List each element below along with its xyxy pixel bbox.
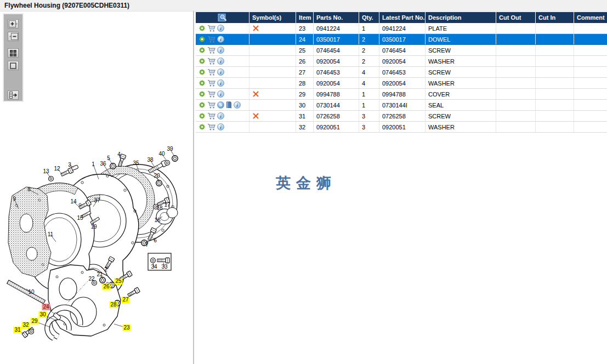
- s-badge-icon[interactable]: S: [217, 101, 224, 109]
- callout-35[interactable]: 35: [132, 160, 140, 167]
- callout-39[interactable]: 39: [166, 146, 174, 152]
- panel-toggle-button[interactable]: [8, 90, 19, 100]
- callout-29[interactable]: 29: [30, 318, 38, 325]
- callout-13[interactable]: 13: [42, 168, 50, 175]
- callout-24[interactable]: 24: [42, 304, 50, 310]
- col-header-symbols[interactable]: Symbol(s): [249, 12, 296, 23]
- col-header-icons[interactable]: [196, 12, 249, 23]
- callout-37[interactable]: 37: [93, 197, 101, 204]
- callout-34[interactable]: 34: [150, 264, 158, 270]
- col-header-qty[interactable]: Qty.: [359, 12, 379, 23]
- info-icon[interactable]: i: [217, 79, 224, 87]
- tile-view-button[interactable]: [8, 48, 19, 58]
- gear-icon[interactable]: [198, 90, 206, 98]
- info-icon[interactable]: i: [217, 112, 224, 120]
- callout-20[interactable]: 20: [152, 173, 161, 179]
- callout-23[interactable]: 23: [122, 325, 131, 331]
- gear-icon[interactable]: [198, 123, 206, 130]
- table-row-item-27[interactable]: i27074645340746453SCREW: [196, 67, 607, 78]
- table-row-item-26[interactable]: i26092005420920054WASHER: [196, 56, 607, 67]
- cell-icons[interactable]: Si: [196, 100, 249, 110]
- cart-icon[interactable]: [207, 25, 215, 32]
- callout-16[interactable]: 16: [153, 217, 161, 224]
- callout-40[interactable]: 40: [157, 151, 166, 157]
- callout-31[interactable]: 31: [13, 327, 21, 333]
- cell-icons[interactable]: i: [196, 67, 249, 77]
- info-icon[interactable]: i: [217, 36, 224, 43]
- callout-25[interactable]: 25: [114, 278, 122, 285]
- gear-icon[interactable]: [198, 58, 206, 65]
- callout-27[interactable]: 27: [121, 297, 129, 303]
- gear-icon[interactable]: [198, 25, 206, 32]
- callout-11[interactable]: 11: [47, 231, 54, 238]
- info-icon[interactable]: i: [217, 90, 224, 98]
- callout-28[interactable]: 28: [109, 302, 117, 308]
- callout-12[interactable]: 12: [53, 166, 61, 172]
- info-icon[interactable]: i: [217, 58, 224, 65]
- info-icon[interactable]: i: [234, 101, 241, 109]
- callout-18[interactable]: 18: [155, 205, 163, 212]
- callout-8[interactable]: 8: [26, 186, 32, 193]
- cell-icons[interactable]: i: [196, 122, 249, 132]
- callout-4[interactable]: 4: [116, 151, 122, 158]
- col-header-cut_out[interactable]: Cut Out: [496, 12, 536, 23]
- cart-icon[interactable]: [207, 90, 215, 98]
- info-icon[interactable]: i: [217, 47, 224, 54]
- callout-22[interactable]: 22: [87, 276, 95, 282]
- callout-30[interactable]: 30: [38, 311, 47, 318]
- callout-19[interactable]: 19: [89, 224, 98, 230]
- col-header-latest[interactable]: Latest Part No.: [379, 12, 426, 23]
- callout-1[interactable]: 1: [90, 161, 96, 168]
- callout-14[interactable]: 14: [69, 198, 77, 205]
- callout-26[interactable]: 26: [102, 283, 110, 290]
- callout-36[interactable]: 36: [99, 161, 107, 167]
- gear-icon[interactable]: [198, 79, 206, 87]
- cart-icon[interactable]: [207, 79, 215, 87]
- callout-38[interactable]: 38: [146, 157, 154, 163]
- table-row-item-32[interactable]: i32092005130920051WASHER: [196, 122, 607, 133]
- callout-33[interactable]: 33: [160, 264, 168, 270]
- table-row-item-24[interactable]: i24035001720350017DOWEL: [196, 34, 607, 45]
- gear-icon[interactable]: [198, 47, 206, 54]
- gear-icon[interactable]: [198, 101, 206, 109]
- cart-icon[interactable]: [207, 112, 215, 120]
- cart-icon[interactable]: [207, 123, 215, 130]
- table-row-item-25[interactable]: i25074645420746454SCREW: [196, 45, 607, 56]
- cell-icons[interactable]: i: [196, 45, 249, 55]
- panel-divider[interactable]: [193, 11, 194, 364]
- info-icon[interactable]: i: [217, 69, 224, 76]
- cart-icon[interactable]: [207, 47, 215, 54]
- col-header-cut_in[interactable]: Cut In: [536, 12, 574, 23]
- callout-10[interactable]: 10: [27, 289, 35, 295]
- book-icon[interactable]: [226, 101, 232, 109]
- col-header-parts_no[interactable]: Parts No.: [314, 12, 359, 23]
- cell-icons[interactable]: i: [196, 56, 249, 66]
- image-preview-icon[interactable]: [218, 14, 228, 21]
- zoom-out-button[interactable]: [8, 32, 19, 41]
- callout-32[interactable]: 32: [21, 322, 30, 328]
- cell-icons[interactable]: i: [196, 89, 249, 99]
- col-header-desc[interactable]: Description: [426, 12, 496, 23]
- gear-icon[interactable]: [198, 112, 206, 120]
- table-row-item-23[interactable]: i23094122410941224PLATE: [196, 23, 607, 34]
- cell-icons[interactable]: i: [196, 78, 249, 88]
- table-row-item-28[interactable]: i28092005440920054WASHER: [196, 78, 607, 89]
- cart-icon[interactable]: [207, 58, 215, 65]
- callout-21[interactable]: 21: [95, 271, 104, 278]
- table-row-item-30[interactable]: Si30073014410730144ISEAL: [196, 100, 607, 111]
- zoom-in-button[interactable]: [8, 19, 19, 29]
- gear-icon[interactable]: [198, 36, 206, 43]
- gear-icon[interactable]: [198, 69, 206, 76]
- col-header-comment[interactable]: Comment: [574, 12, 607, 23]
- cart-icon[interactable]: [207, 36, 215, 43]
- cell-icons[interactable]: i: [196, 34, 249, 44]
- callout-7[interactable]: 7: [144, 242, 150, 248]
- fit-view-button[interactable]: [8, 61, 19, 70]
- info-icon[interactable]: i: [217, 25, 224, 32]
- callout-17[interactable]: 17: [163, 202, 171, 208]
- col-header-item[interactable]: Item: [296, 12, 314, 23]
- table-row-item-31[interactable]: i31072625830726258SCREW: [196, 111, 607, 122]
- info-icon[interactable]: i: [217, 123, 224, 130]
- callout-9[interactable]: 9: [12, 196, 17, 202]
- callout-6[interactable]: 6: [152, 237, 158, 244]
